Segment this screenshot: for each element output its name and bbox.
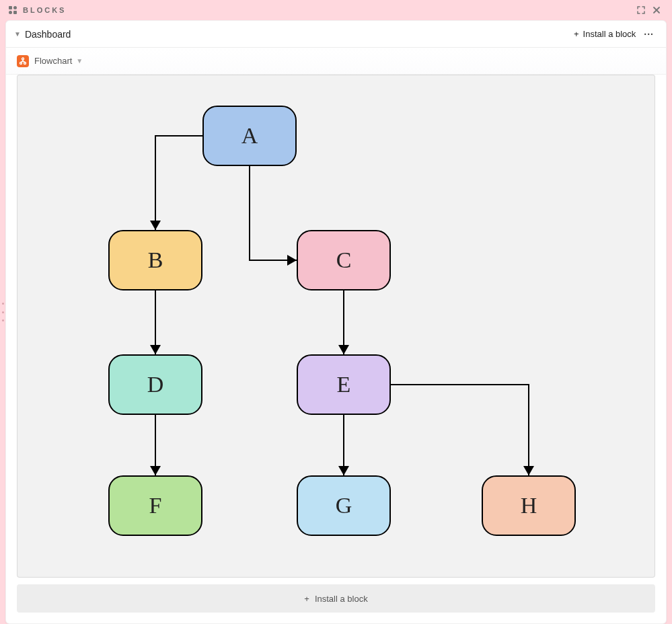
flow-node-label: D [147, 372, 164, 397]
flow-node-label: A [241, 123, 258, 149]
blocks-logo-icon [8, 5, 17, 15]
expand-icon[interactable] [633, 2, 649, 18]
svg-rect-2 [9, 11, 12, 14]
panel-resize-grip[interactable] [0, 303, 5, 321]
flow-node-label: B [148, 247, 163, 273]
svg-point-4 [22, 58, 24, 60]
svg-point-5 [20, 62, 22, 64]
flow-node-label: G [336, 493, 352, 518]
plus-icon: + [304, 594, 309, 604]
flow-node-label: F [149, 493, 162, 518]
svg-rect-3 [13, 11, 17, 14]
panel-header: ▼ Dashboard + Install a block ··· [6, 21, 666, 48]
flow-node-a[interactable]: A [202, 106, 297, 166]
install-block-button[interactable]: + Install a block [570, 26, 640, 42]
panel-title: Dashboard [25, 29, 71, 40]
install-block-footer-button[interactable]: + Install a block [17, 584, 655, 613]
flowchart-canvas[interactable]: ABCDEFGH [17, 75, 655, 578]
install-block-footer-label: Install a block [315, 594, 368, 604]
svg-point-6 [24, 62, 26, 64]
flow-node-d[interactable]: D [108, 354, 202, 415]
app-titlebar: BLOCKS [0, 0, 672, 20]
app-title: BLOCKS [23, 6, 66, 14]
flowchart-block-icon [17, 55, 29, 67]
block-tab[interactable]: Flowchart ▼ [6, 48, 666, 75]
flow-node-g[interactable]: G [297, 475, 391, 536]
flow-node-b[interactable]: B [108, 230, 202, 290]
svg-rect-0 [9, 6, 12, 9]
flow-node-e[interactable]: E [297, 354, 391, 415]
more-menu-button[interactable]: ··· [640, 26, 658, 42]
plus-icon: + [574, 29, 579, 39]
svg-rect-1 [13, 6, 17, 9]
collapse-chevron-icon[interactable]: ▼ [14, 30, 21, 38]
flow-node-f[interactable]: F [108, 475, 202, 536]
close-icon[interactable] [649, 3, 664, 17]
install-block-label: Install a block [583, 29, 636, 39]
flow-node-label: H [521, 493, 537, 518]
dashboard-panel: ▼ Dashboard + Install a block ··· Flowch… [5, 20, 667, 624]
block-tab-label: Flowchart [34, 56, 72, 66]
flow-node-h[interactable]: H [482, 475, 576, 536]
flow-node-c[interactable]: C [297, 230, 391, 290]
flow-node-label: E [337, 372, 351, 397]
block-tab-chevron-icon: ▼ [76, 57, 83, 65]
flow-node-label: C [336, 247, 352, 273]
